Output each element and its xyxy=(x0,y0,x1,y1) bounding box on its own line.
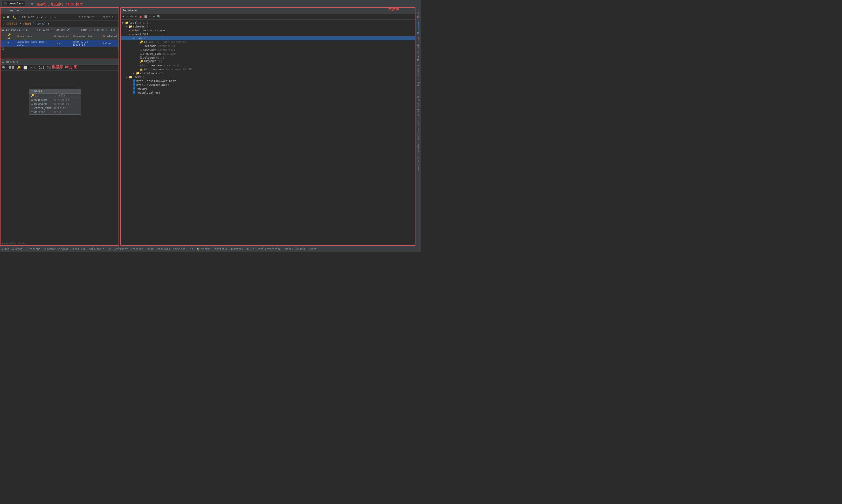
tx-dropdown2[interactable]: ▾ xyxy=(50,29,52,31)
uml-tool-5[interactable]: ⊕ xyxy=(29,65,32,70)
status-profiler[interactable]: Profiler xyxy=(131,248,143,250)
status-event[interactable]: Event xyxy=(309,248,316,250)
uml-tool-2[interactable]: ☰☰ xyxy=(8,65,15,70)
db-schema-btn[interactable]: ✏ xyxy=(148,14,152,19)
status-sql-gen[interactable]: SQL Generator xyxy=(107,248,128,250)
undo-icon[interactable]: ↩ xyxy=(49,15,52,19)
status-debug[interactable]: ✱ Debug xyxy=(12,248,22,250)
db-edit-btn[interactable]: ✏ xyxy=(126,14,129,19)
first-page-btn[interactable]: ⏮ xyxy=(2,29,4,31)
stop-button[interactable]: ⏹ xyxy=(6,15,11,19)
uml-tool-10[interactable]: ↗ xyxy=(64,65,67,70)
tree-col-id[interactable]: 🔑 id int(11) (auto increment) xyxy=(121,40,415,44)
db-add-btn[interactable]: + xyxy=(122,14,125,19)
tree-idx-username-unique[interactable]: 🔒 idx_username (username) UNIQUE xyxy=(121,67,415,71)
sidebar-tab-key-promoter[interactable]: Key Promoter X xyxy=(416,63,420,88)
status-services[interactable]: Services xyxy=(173,248,186,250)
status-git[interactable]: Git xyxy=(189,248,193,250)
tree-schemas[interactable]: ▼ 📁 schemas 2 xyxy=(121,25,415,29)
uml-tool-ratio[interactable]: 1:1 xyxy=(38,65,45,70)
tree-local[interactable]: ▼ 📁 local 2 of 5 xyxy=(121,21,415,25)
export-btn[interactable]: ⬇ xyxy=(108,29,110,31)
tree-testb5f4[interactable]: ▼ ⊞ testb5f4 xyxy=(121,32,415,36)
db-filter-btn[interactable]: ⚡ xyxy=(134,14,137,19)
redo-icon[interactable]: ↪ xyxy=(54,15,56,19)
tree-db-user-0[interactable]: 👤 mysql.session@localhost xyxy=(121,79,415,83)
last-page-btn[interactable]: ⏭ xyxy=(22,29,24,31)
status-jrebel-console[interactable]: JRebel Console xyxy=(284,248,305,250)
tree-collations[interactable]: ▶ 📁 collations 222 xyxy=(121,71,415,75)
db-search-btn[interactable]: 🔍 xyxy=(156,14,161,19)
sidebar-tab-rest-services[interactable]: RestServices xyxy=(416,120,420,142)
more-btn[interactable]: ⋯ xyxy=(116,29,118,31)
status-endpoints[interactable]: Endpoints xyxy=(156,248,170,250)
sidebar-tab-jrebel-setup[interactable]: JRebel Setup Guide xyxy=(416,88,420,120)
status-run[interactable]: ▶ Run xyxy=(2,248,9,250)
db-refresh-btn[interactable]: ⟳ xyxy=(130,14,133,19)
prev-page-btn[interactable]: ◀ xyxy=(5,29,7,31)
db-tree: ▼ 📁 local 2 of 5 ▼ 📁 schemas 2 ▶ ⊞ infor… xyxy=(121,20,415,245)
uml-tool-3[interactable]: 🔑 xyxy=(16,65,21,70)
sql-select-kw: SELECT xyxy=(6,22,17,26)
db-table-btn[interactable]: ☰ xyxy=(144,14,147,19)
uml-tool-8[interactable]: ⟷ xyxy=(53,65,56,70)
uml-col-password: ☰ password varchar(32) xyxy=(29,102,81,106)
tree-db-user-3[interactable]: 👤 root@localhost xyxy=(121,91,415,95)
cell-id: 7 xyxy=(6,40,15,47)
status-spring[interactable]: 🍃 Spring xyxy=(196,248,210,250)
tree-col-deleted[interactable]: ☰ deleted bit(1) xyxy=(121,56,415,60)
idx-username-label: idx_username xyxy=(142,64,162,67)
debug-button[interactable]: 🐛 xyxy=(12,15,17,19)
format-dropdown[interactable]: ▾ xyxy=(106,29,107,31)
tree-users-group[interactable]: ▼ 📁 users 4 xyxy=(121,75,415,79)
uml-tool-7[interactable]: ⬛ xyxy=(47,65,51,70)
settings-btn[interactable]: ⚙ xyxy=(113,29,115,31)
status-terminal[interactable]: Terminal xyxy=(231,248,243,250)
status-problems[interactable]: ⚠ Problems xyxy=(25,248,40,250)
uml-tool-9[interactable]: ⬛ xyxy=(57,65,62,70)
run-button[interactable]: ▶ xyxy=(3,15,5,19)
ddl-btn[interactable]: DDL xyxy=(55,29,60,31)
uml-tool-4[interactable]: ⬜ xyxy=(23,65,28,70)
tree-idx-primary[interactable]: 🔑 PRIMARY (id) xyxy=(121,60,415,64)
commit-icon[interactable]: ✓ xyxy=(40,15,43,19)
sidebar-tab-maven[interactable]: Maven xyxy=(416,8,420,19)
console-header-close[interactable]: ✕ xyxy=(20,9,22,12)
sidebar-tab-bean-validation[interactable]: Bean Validation xyxy=(416,36,420,62)
uml-tool-6[interactable]: ⊖ xyxy=(34,65,37,70)
status-statistic[interactable]: Statistic xyxy=(213,248,228,250)
db-more-btn[interactable]: ⋯ xyxy=(153,14,155,19)
status-todo[interactable]: TODO xyxy=(146,248,153,250)
tree-col-create_time[interactable]: ☰ create_time datetime xyxy=(121,52,415,56)
tree-information_schema[interactable]: ▶ ⊞ information_schema xyxy=(121,29,415,32)
sidebar-tab-codota[interactable]: Codota xyxy=(416,143,420,155)
status-java-enterprise[interactable]: Java Enterprise xyxy=(257,248,281,250)
tree-idx-username[interactable]: ≡ idx_username (username) xyxy=(121,64,415,67)
tree-col-password[interactable]: ☰ password varchar(32) xyxy=(121,48,415,52)
tree-db-user-2[interactable]: 👤 root@% xyxy=(121,87,415,91)
tx-dropdown[interactable]: ▾ xyxy=(36,15,39,19)
sidebar-tab-word-book[interactable]: Word Book xyxy=(416,156,420,173)
run-icon: ▶ xyxy=(2,248,4,250)
idx-username-icon: ≡ xyxy=(140,64,141,67)
next-page-btn[interactable]: ▶ xyxy=(19,29,21,31)
uml-tab-close[interactable]: ✕ xyxy=(16,60,18,63)
status-sequence[interactable]: Sequence Diagram xyxy=(43,248,68,250)
sidebar-tab-database[interactable]: Database xyxy=(416,20,420,35)
tree-col-username[interactable]: ☰ username varchar(64) xyxy=(121,44,415,48)
rollback-icon[interactable]: ↺ xyxy=(45,15,48,19)
status-build[interactable]: Build xyxy=(246,248,254,250)
link-icon[interactable]: 🔗 xyxy=(67,29,70,31)
dml-btn[interactable]: DML xyxy=(61,29,66,31)
uml-tool-11[interactable]: 🖨 xyxy=(69,65,73,70)
import-btn[interactable]: ⬆ xyxy=(111,29,112,31)
row-count-dropdown[interactable]: ▾ xyxy=(17,29,18,31)
status-auto-build[interactable]: Auto-build xyxy=(89,248,104,250)
db-stop-btn[interactable]: ⏹ xyxy=(139,14,143,19)
tree-users-table[interactable]: ▼ ☰ users xyxy=(121,36,415,40)
status-rebel-run[interactable]: Rebel Run xyxy=(72,248,86,250)
refresh-btn[interactable]: ⟳ xyxy=(25,29,28,31)
uml-tool-1[interactable]: 🔍 xyxy=(2,65,6,70)
table-row[interactable]: 1 7 28b820d6-e8d6-4d65-b17c... nicai 202… xyxy=(1,40,119,47)
tree-db-user-1[interactable]: 👤 mysql.sys@localhost xyxy=(121,83,415,87)
